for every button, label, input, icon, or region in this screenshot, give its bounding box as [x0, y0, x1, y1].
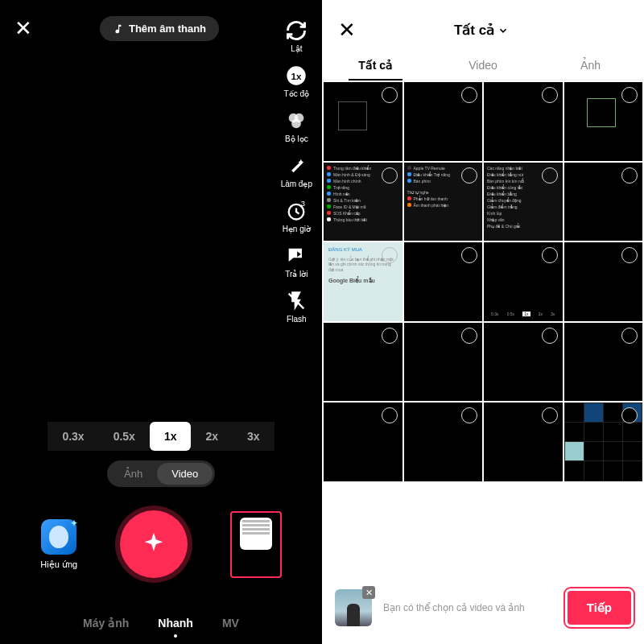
- flash-tool[interactable]: Flash: [285, 290, 308, 324]
- magic-wand-icon: [285, 155, 308, 177]
- speed-selector: 0.3x 0.5x 1x 2x 3x: [0, 422, 322, 451]
- media-item[interactable]: [564, 163, 643, 242]
- media-item[interactable]: [564, 323, 643, 402]
- selection-hint: Bạn có thể chọn cả video và ảnh: [383, 602, 556, 613]
- album-selector[interactable]: Tất cả: [454, 22, 509, 39]
- speed-0.5x[interactable]: 0.5x: [99, 422, 150, 451]
- upload-button[interactable]: Tải lên: [230, 511, 282, 578]
- media-item[interactable]: Các năng nhận biết Điều khiển bằng nút B…: [484, 163, 563, 242]
- media-item[interactable]: [484, 402, 563, 481]
- add-sound-button[interactable]: Thêm âm thanh: [100, 16, 219, 41]
- side-toolbar: Lật 1x Tốc độ Bộ lọc Làm đẹp 3 Hẹn giờ T…: [281, 19, 312, 324]
- filters-icon: [285, 109, 308, 132]
- svg-point-4: [291, 119, 301, 129]
- mode-camera[interactable]: Máy ảnh: [83, 617, 129, 630]
- media-grid: Trung tâm điều khiển Màn hình & Độ sáng …: [322, 80, 644, 483]
- media-item[interactable]: ĐĂNG KÝ MUA Gợi ý: tên của bạn thể ghi n…: [324, 242, 402, 321]
- music-note-icon: [113, 23, 124, 35]
- camera-screen: ✕ Thêm âm thanh Lật 1x Tốc độ Bộ lọc Làm…: [0, 0, 322, 644]
- reply-icon: [285, 245, 308, 267]
- timer-tool[interactable]: 3 Hẹn giờ: [283, 200, 311, 233]
- filters-tool[interactable]: Bộ lọc: [285, 109, 308, 143]
- record-button[interactable]: [120, 510, 188, 578]
- svg-text:1x: 1x: [291, 71, 302, 81]
- timer-icon: 3: [285, 200, 308, 222]
- media-item[interactable]: Apple TV Remote Điều khiển Trợ năng Bàn …: [404, 163, 483, 242]
- media-item[interactable]: [404, 82, 483, 161]
- media-item[interactable]: [324, 323, 402, 402]
- mode-quick[interactable]: Nhanh: [158, 617, 193, 630]
- add-sound-label: Thêm âm thanh: [129, 23, 206, 35]
- media-item[interactable]: [404, 323, 483, 402]
- beauty-tool[interactable]: Làm đẹp: [281, 155, 312, 188]
- speed-tool[interactable]: 1x Tốc độ: [284, 64, 309, 98]
- tab-image[interactable]: Ảnh: [537, 51, 644, 80]
- gallery-screen: ✕ Tất cả Tất cả Video Ảnh Trung tâm điều…: [322, 0, 644, 644]
- selected-thumbnail[interactable]: ✕: [335, 589, 372, 626]
- photo-video-toggle: Ảnh Video: [0, 460, 322, 487]
- flip-icon: [285, 19, 308, 42]
- media-item[interactable]: [404, 402, 483, 481]
- tab-all[interactable]: Tất cả: [322, 51, 429, 80]
- svg-text:3: 3: [301, 200, 305, 208]
- effects-button[interactable]: Hiệu ứng: [40, 519, 77, 570]
- media-item[interactable]: [324, 82, 402, 161]
- selection-bar: ✕ Bạn có thể chọn cả video và ảnh Tiếp: [322, 578, 644, 644]
- speed-1x[interactable]: 1x: [150, 422, 192, 451]
- speed-icon: 1x: [285, 64, 308, 87]
- media-item[interactable]: 0.3x0.5x1x2x3x: [484, 242, 563, 321]
- media-item[interactable]: [484, 323, 563, 402]
- mode-mv[interactable]: MV: [222, 617, 239, 630]
- media-item[interactable]: Trung tâm điều khiển Màn hình & Độ sáng …: [324, 163, 402, 242]
- next-button[interactable]: Tiếp: [568, 591, 631, 625]
- media-tabs: Tất cả Video Ảnh: [322, 51, 644, 80]
- speed-0.3x[interactable]: 0.3x: [47, 422, 98, 451]
- toggle-photo[interactable]: Ảnh: [109, 463, 157, 485]
- speed-2x[interactable]: 2x: [191, 422, 233, 451]
- flash-off-icon: [285, 290, 308, 312]
- reply-tool[interactable]: Trả lời: [285, 245, 308, 279]
- effects-icon: [41, 519, 76, 555]
- sparkle-icon: [140, 530, 167, 558]
- media-item[interactable]: [324, 402, 402, 481]
- media-item[interactable]: [564, 242, 643, 321]
- chevron-down-icon: [497, 25, 509, 36]
- remove-selection-icon[interactable]: ✕: [362, 586, 375, 599]
- close-button[interactable]: ✕: [14, 16, 32, 41]
- mode-selector: Máy ảnh Nhanh MV: [0, 617, 322, 630]
- upload-icon: [240, 518, 272, 550]
- camera-header: ✕ Thêm âm thanh: [0, 0, 322, 41]
- speed-3x[interactable]: 3x: [233, 422, 275, 451]
- media-item[interactable]: [404, 242, 483, 321]
- gallery-close-button[interactable]: ✕: [338, 18, 356, 43]
- gallery-header: ✕ Tất cả: [322, 0, 644, 51]
- media-item[interactable]: [564, 402, 643, 481]
- media-item[interactable]: [564, 82, 643, 161]
- media-item[interactable]: [484, 82, 563, 161]
- tab-video[interactable]: Video: [429, 51, 536, 80]
- toggle-video[interactable]: Video: [157, 463, 213, 485]
- record-row: Hiệu ứng Tải lên: [0, 510, 322, 578]
- flip-tool[interactable]: Lật: [285, 19, 308, 53]
